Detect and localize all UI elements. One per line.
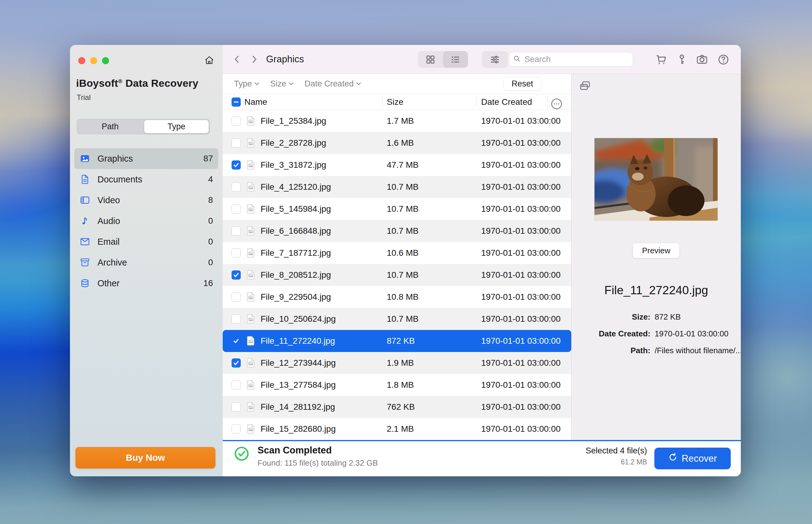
sidebar-item-label: Audio <box>97 216 208 226</box>
table-row[interactable]: File_10_250624.jpg10.7 MB1970-01-01 03:0… <box>223 308 571 330</box>
file-size: 1.8 MB <box>387 380 414 390</box>
file-name: File_14_281192.jpg <box>261 402 335 412</box>
table-row[interactable]: File_5_145984.jpg10.7 MB1970-01-01 03:00… <box>223 198 571 220</box>
toolbar: Graphics <box>223 45 741 74</box>
table-row[interactable]: File_15_282680.jpg2.1 MB1970-01-01 03:00… <box>223 418 571 440</box>
camera-icon[interactable] <box>695 53 709 66</box>
table-row[interactable]: File_4_125120.jpg10.7 MB1970-01-01 03:00… <box>223 176 571 198</box>
file-icon <box>247 138 255 148</box>
file-name: File_15_282680.jpg <box>261 424 336 434</box>
reset-filters-button[interactable]: Reset <box>503 77 541 91</box>
sidebar-item-label: Documents <box>97 175 208 184</box>
file-size: 1.6 MB <box>387 138 414 148</box>
row-checkbox[interactable] <box>232 116 241 126</box>
grid-view-button[interactable] <box>418 51 443 68</box>
row-checkbox[interactable] <box>232 358 241 367</box>
row-checkbox[interactable] <box>232 292 241 301</box>
row-checkbox[interactable] <box>232 380 241 390</box>
selected-size: 61.2 MB <box>586 458 647 466</box>
sidebar-item-graphics[interactable]: Graphics87 <box>74 148 218 169</box>
view-toggle <box>418 51 468 68</box>
brand-name: iBoysoft <box>76 77 118 89</box>
column-header-name[interactable]: Name <box>244 97 267 107</box>
file-icon <box>247 204 255 214</box>
column-header-size[interactable]: Size <box>387 97 403 107</box>
row-checkbox[interactable] <box>232 314 241 324</box>
file-date-created: 1970-01-01 03:00:00 <box>481 116 561 126</box>
table-row[interactable]: File_6_166848.jpg10.7 MB1970-01-01 03:00… <box>223 220 571 242</box>
sidebar-item-documents[interactable]: Documents4 <box>74 169 218 190</box>
list-view-button[interactable] <box>443 51 468 68</box>
tab-type[interactable]: Type <box>144 120 209 133</box>
edition-label: Trial <box>77 93 91 102</box>
row-checkbox[interactable] <box>232 182 241 192</box>
filter-label: Type <box>234 79 252 88</box>
caret-down-icon <box>254 82 259 85</box>
home-icon[interactable] <box>204 55 215 66</box>
recover-icon <box>668 453 678 464</box>
buy-now-button[interactable]: Buy Now <box>76 447 215 469</box>
sidebar-item-video[interactable]: Video8 <box>74 190 218 211</box>
file-name: File_8_208512.jpg <box>261 270 331 280</box>
row-checkbox[interactable] <box>232 403 241 412</box>
toggle-preview-panel-icon[interactable] <box>579 80 592 94</box>
search-field[interactable] <box>509 52 633 67</box>
filter-dropdown-size[interactable]: Size <box>270 79 294 88</box>
file-icon <box>247 336 255 346</box>
file-size: 872 KB <box>387 336 415 346</box>
sidebar-item-email[interactable]: Email0 <box>74 231 218 252</box>
filter-dropdown-date-created[interactable]: Date Created <box>304 79 361 88</box>
row-checkbox[interactable] <box>232 226 241 235</box>
file-list-pane: TypeSizeDate Created Reset Name Size Dat… <box>223 74 571 440</box>
filter-dropdown-type[interactable]: Type <box>234 79 259 88</box>
file-icon <box>247 402 255 412</box>
scan-complete-icon <box>234 446 249 461</box>
recover-button[interactable]: Recover <box>654 448 731 469</box>
cart-icon[interactable] <box>655 53 668 66</box>
recover-label: Recover <box>682 453 717 464</box>
sidebar-item-count: 0 <box>208 216 213 226</box>
table-row[interactable]: File_9_229504.jpg10.8 MB1970-01-01 03:00… <box>223 286 571 308</box>
table-row[interactable]: File_3_31872.jpg47.7 MB1970-01-01 03:00:… <box>223 154 571 176</box>
table-row[interactable]: File_8_208512.jpg10.7 MB1970-01-01 03:00… <box>223 264 571 286</box>
row-checkbox[interactable] <box>232 424 241 433</box>
row-checkbox[interactable] <box>232 337 241 346</box>
select-all-checkbox[interactable] <box>232 97 241 107</box>
row-checkbox[interactable] <box>232 204 241 214</box>
key-icon[interactable] <box>675 53 689 66</box>
file-date-created: 1970-01-01 03:00:00 <box>481 292 561 302</box>
row-checkbox[interactable] <box>232 138 241 148</box>
table-row[interactable]: File_2_28728.jpg1.6 MB1970-01-01 03:00:0… <box>223 132 571 154</box>
file-name: File_11_272240.jpg <box>261 336 335 346</box>
file-name: File_3_31872.jpg <box>261 160 326 170</box>
sidebar: iBoysoft® Data Recovery Trial Path Type … <box>70 45 223 476</box>
column-header-date-created[interactable]: Date Created <box>481 97 532 107</box>
sidebar-item-archive[interactable]: Archive0 <box>74 252 218 273</box>
forward-button[interactable] <box>249 54 259 64</box>
table-row[interactable]: File_1_25384.jpg1.7 MB1970-01-01 03:00:0… <box>223 110 571 132</box>
table-row[interactable]: File_13_277584.jpg1.8 MB1970-01-01 03:00… <box>223 374 571 396</box>
search-icon <box>513 55 521 64</box>
row-checkbox[interactable] <box>232 271 241 280</box>
close-window-button[interactable] <box>78 57 85 64</box>
table-row[interactable]: File_12_273944.jpg1.9 MB1970-01-01 03:00… <box>223 352 571 374</box>
file-name: File_7_187712.jpg <box>261 248 331 258</box>
sidebar-item-label: Other <box>97 278 203 289</box>
sidebar-item-audio[interactable]: Audio0 <box>74 211 218 231</box>
back-button[interactable] <box>232 54 242 64</box>
detail-label: Size: <box>571 312 650 322</box>
tab-path[interactable]: Path <box>78 120 142 133</box>
help-icon[interactable] <box>717 53 730 66</box>
zoom-window-button[interactable] <box>102 57 109 64</box>
minimize-window-button[interactable] <box>90 57 97 64</box>
filter-settings-button[interactable] <box>482 51 508 68</box>
preview-button[interactable]: Preview <box>633 243 680 258</box>
search-input[interactable] <box>524 54 629 64</box>
table-row[interactable]: File_7_187712.jpg10.6 MB1970-01-01 03:00… <box>223 242 571 264</box>
table-row[interactable]: File_14_281192.jpg762 KB1970-01-01 03:00… <box>223 396 571 418</box>
table-row[interactable]: File_11_272240.jpg872 KB1970-01-01 03:00… <box>223 330 571 352</box>
sidebar-item-other[interactable]: Other16 <box>74 273 218 294</box>
row-checkbox[interactable] <box>232 160 241 169</box>
scan-status-subtitle: Found: 115 file(s) totaling 2.32 GB <box>258 458 378 468</box>
row-checkbox[interactable] <box>232 248 241 258</box>
